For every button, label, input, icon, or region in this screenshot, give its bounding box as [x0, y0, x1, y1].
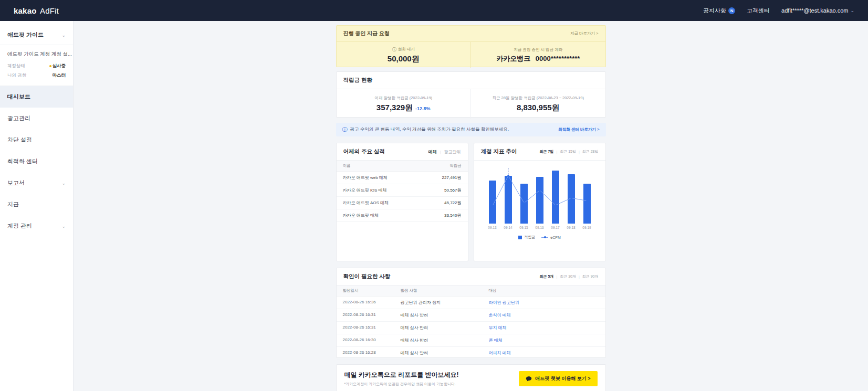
chevron-down-icon: ⌄ — [61, 224, 66, 229]
row-target-link[interactable]: 춘식이 매체 — [489, 312, 599, 318]
column-target: 대상 — [489, 288, 599, 293]
x-label: 09.18 — [563, 226, 579, 229]
row-time: 2022-08-26 16:31 — [343, 312, 401, 318]
tab-separator: | — [440, 150, 441, 154]
sidebar-item-optimize[interactable]: 최적화 센터 — [0, 151, 73, 172]
sidebar-item-label: 차단 설정 — [7, 136, 32, 144]
sidebar-item-ads[interactable]: 광고관리 — [0, 108, 73, 129]
optimization-notice-bar: ⓘ 광고 수익의 큰 변동 내역, 수익 개선을 위해 조치가 필요한 사항을 … — [336, 123, 606, 136]
row-amount: 50,567원 — [444, 187, 461, 193]
performance-card: 어제의 주요 실적 매체|광고단위 이름 적립금 카카오 애드핏 web 매체2… — [336, 143, 468, 261]
legend-bar-label: 적립금 — [524, 235, 535, 240]
payment-request-card: 진행 중인 지급 요청 지급 바로가기 > ⓘ 원화 대기 50,000원 지급… — [336, 25, 606, 67]
table-row: 카카오 애드핏 매체33,540원 — [337, 209, 468, 222]
yesterday-balance-value: 357,329원 -12.8% — [377, 103, 431, 113]
sidebar-item-account[interactable]: 계정 관리⌄ — [0, 215, 73, 237]
trend-chart-legend: 적립금 eCPM — [518, 235, 560, 240]
trend-range-selector: 최근 7일|최근 15일|최근 28일 — [540, 149, 599, 154]
legend-line-item: eCPM — [541, 236, 560, 239]
row-amount: 227,491원 — [442, 175, 462, 181]
legend-bar-item: 적립금 — [518, 235, 535, 240]
middle-row: 어제의 주요 실적 매체|광고단위 이름 적립금 카카오 애드핏 web 매체2… — [336, 143, 606, 261]
table-row: 2022-08-26 16:30매체 심사 반려콘 매체 — [337, 334, 605, 347]
x-label: 09.17 — [548, 226, 563, 229]
sidebar-item-payment[interactable]: 지급 — [0, 194, 73, 215]
tab-매체[interactable]: 매체 — [428, 149, 437, 155]
table-row: 카카오 애드핏 iOS 매체50,567원 — [337, 184, 468, 197]
column-amount: 적립금 — [449, 163, 462, 168]
account-menu[interactable]: adfit*****@test.kakao.com ⌄ — [781, 7, 854, 14]
row-time: 2022-08-26 16:31 — [343, 325, 401, 331]
table-row: 2022-08-26 16:31매체 심사 반려무지 매체 — [337, 322, 605, 334]
row-event: 매체 심사 반려 — [401, 325, 489, 331]
sidebar-item-label: 대시보드 — [7, 93, 30, 101]
info-icon: ⓘ — [392, 47, 396, 52]
row-time: 2022-08-26 16:36 — [343, 300, 401, 305]
balance-card-header: 적립금 현황 — [337, 72, 605, 89]
page-layout: 애드핏 가이드 ⌄ 애드핏 가이드 계정 계정 설... 계정상태 심사중 나의… — [0, 0, 868, 391]
row-target-link[interactable]: 라이언 광고단위 — [489, 300, 599, 305]
sidebar: 애드핏 가이드 ⌄ 애드핏 가이드 계정 계정 설... 계정상태 심사중 나의… — [0, 21, 74, 391]
range-option[interactable]: 최근 30개 — [560, 274, 576, 279]
payment-request-body: ⓘ 원화 대기 50,000원 지급 요청 승인 시 입금 계좌 카카오뱅크 0… — [337, 42, 605, 68]
sidebar-guide-account-link[interactable]: 애드핏 가이드 계정 계정 설... — [0, 45, 73, 61]
tab-광고단위[interactable]: 광고단위 — [444, 149, 461, 155]
chatbot-button[interactable]: 애드핏 챗봇 이용해 보기 > — [519, 371, 597, 386]
sidebar-item-dashboard[interactable]: 대시보드 — [0, 86, 73, 108]
trend-chart: 09.1309.1409.1509.1609.1709.1809.19 적립금 … — [474, 161, 605, 240]
line-legend-icon — [541, 237, 548, 238]
sidebar-item-label: 보고서 — [7, 179, 25, 187]
chatbot-card: 매일 카카오톡으로 리포트를 받아보세요! *카카오계정이 카카오톡에 연결된 … — [336, 364, 606, 391]
notice-link[interactable]: 공지사항 N — [703, 7, 735, 15]
sidebar-item-block[interactable]: 차단 설정 — [0, 129, 73, 151]
sidebar-guide-toggle[interactable]: 애드핏 가이드 ⌄ — [0, 24, 73, 45]
alerts-card-title: 확인이 필요한 사항 — [343, 273, 391, 280]
alerts-table-body: 2022-08-26 16:36광고단위 관리자 정지라이언 광고단위2022-… — [337, 297, 605, 360]
trend-card-title: 계정 지표 추이 — [481, 148, 517, 155]
range-option[interactable]: 최근 5개 — [540, 274, 554, 279]
sidebar-item-label: 계정 관리 — [7, 222, 32, 230]
deposit-account-value: 카카오뱅크 0000*********** — [496, 54, 580, 64]
range-option[interactable]: 최근 15일 — [560, 149, 576, 154]
sidebar-item-report[interactable]: 보고서⌄ — [0, 172, 73, 194]
bar-legend-icon — [518, 236, 522, 239]
row-event: 매체 심사 반려 — [401, 312, 489, 318]
row-event: 매체 심사 반려 — [401, 350, 489, 356]
balance-card: 적립금 현황 어제 발생한 적립금 (2022-09-19) 357,329원 … — [336, 71, 606, 118]
app-logo[interactable]: kakao AdFit — [14, 6, 59, 15]
payment-shortcut-link[interactable]: 지급 바로가기 > — [570, 31, 599, 36]
row-target-link[interactable]: 어피치 매체 — [489, 350, 599, 356]
help-center-link[interactable]: 고객센터 — [747, 7, 770, 15]
balance-card-body: 어제 발생한 적립금 (2022-09-19) 357,329원 -12.8% … — [337, 89, 605, 119]
chatbot-title: 매일 카카오톡으로 리포트를 받아보세요! — [344, 371, 459, 379]
row-amount: 45,722원 — [444, 200, 461, 206]
range-separator: | — [579, 275, 580, 279]
table-row: 카카오 애드핏 web 매체227,491원 — [337, 172, 468, 184]
performance-card-title: 어제의 주요 실적 — [343, 148, 385, 155]
chevron-down-icon: ⌄ — [61, 33, 66, 38]
row-time: 2022-08-26 16:28 — [343, 350, 401, 356]
range-option[interactable]: 최근 90개 — [582, 274, 599, 279]
x-label: 09.14 — [500, 226, 516, 229]
row-target-link[interactable]: 콘 매체 — [489, 337, 599, 343]
account-status-label: 계정상태 — [7, 63, 25, 69]
alerts-card: 확인이 필요한 사항 최근 5개|최근 30개|최근 90개 발생일시 발생 사… — [336, 268, 606, 358]
recent-balance-label: 최근 28일 발생한 적립금 (2022-08-23 ~ 2022-09-19) — [493, 96, 584, 101]
alerts-card-header: 확인이 필요한 사항 최근 5개|최근 30개|최근 90개 — [337, 268, 605, 286]
legend-line-label: eCPM — [550, 236, 560, 239]
row-name: 카카오 애드핏 web 매체 — [343, 175, 388, 181]
range-option[interactable]: 최근 7일 — [540, 149, 554, 154]
range-option[interactable]: 최근 28일 — [582, 149, 599, 154]
row-target-link[interactable]: 무지 매체 — [489, 325, 599, 331]
row-name: 카카오 애드핏 iOS 매체 — [343, 187, 387, 193]
x-label: 09.15 — [516, 226, 532, 229]
optimization-center-link[interactable]: 최적화 센터 바로가기 > — [558, 127, 599, 132]
sidebar-item-label: 최적화 센터 — [7, 157, 38, 165]
column-event: 발생 사항 — [401, 288, 489, 293]
recent-balance-value: 8,830,955원 — [517, 103, 560, 113]
yesterday-balance-label: 어제 발생한 적립금 (2022-09-19) — [374, 96, 432, 101]
range-separator: | — [556, 275, 557, 279]
range-separator: | — [556, 150, 557, 154]
row-event: 매체 심사 반려 — [401, 337, 489, 343]
chatbot-button-label: 애드핏 챗봇 이용해 보기 > — [535, 375, 590, 382]
